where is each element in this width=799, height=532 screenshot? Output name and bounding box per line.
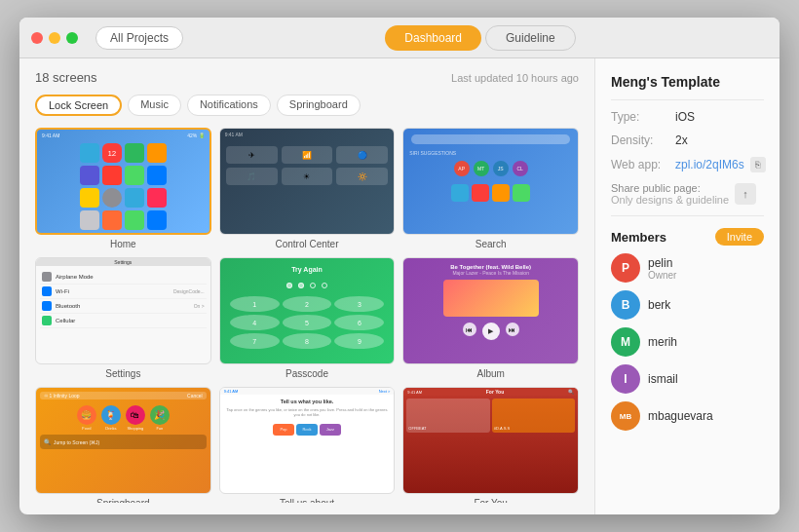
- avatar-merih: M: [611, 327, 640, 357]
- all-projects-button[interactable]: All Projects: [95, 26, 183, 50]
- members-header: Members Invite: [611, 228, 764, 246]
- screen-thumb-passcode[interactable]: Try Again 1 2 3 4: [219, 257, 396, 364]
- screen-label-search: Search: [476, 239, 507, 249]
- divider-2: [611, 215, 764, 216]
- screen-label-home: Home: [110, 239, 136, 249]
- member-role-pelin: Owner: [648, 270, 676, 281]
- type-label: Type:: [611, 110, 669, 124]
- member-row-pelin: P pelin Owner: [611, 253, 764, 283]
- share-row: Share public page:Only designs & guideli…: [611, 182, 764, 206]
- screens-grid: 9:41 AM 42% 🔋 12: [35, 128, 579, 503]
- screen-label-passcode: Passcode: [285, 368, 328, 379]
- screen-label-foryou: For You: [474, 498, 507, 503]
- member-name-mbaguevara: mbaguevara: [648, 409, 713, 423]
- tabs: Dashboard Guideline: [385, 25, 575, 51]
- titlebar: All Projects Dashboard Guideline: [19, 18, 780, 58]
- screen-thumb-settings[interactable]: Settings Airplane Mode Wi-Fi DesignCode.…: [35, 257, 211, 364]
- screen-thumb-control[interactable]: 9:41 AM ✈ 📶 🔵: [219, 128, 396, 235]
- close-button[interactable]: [31, 32, 43, 44]
- screen-search[interactable]: SIRI SUGGESTIONS AP MT JS CL: [402, 128, 579, 249]
- screen-label-springboard: Springboard: [96, 498, 149, 503]
- filter-tags: Lock Screen Music Notifications Springbo…: [35, 95, 579, 116]
- screen-album[interactable]: Be Together (feat. Wild Belle) Major Laz…: [402, 257, 579, 379]
- share-label: Share public page:Only designs & guideli…: [611, 182, 729, 206]
- member-info-mbaguevara: mbaguevara: [648, 409, 713, 423]
- filter-springboard[interactable]: Springboard: [277, 95, 361, 116]
- density-value: 2x: [675, 133, 688, 147]
- member-row-berk: B berk: [611, 290, 764, 320]
- right-panel: Meng's Template Type: iOS Density: 2x We…: [594, 58, 780, 514]
- screen-label-album: Album: [476, 368, 504, 379]
- screen-home[interactable]: 9:41 AM 42% 🔋 12: [35, 128, 211, 249]
- meta-webapp: Web app: zpl.io/2qIM6s ⎘: [611, 157, 764, 172]
- member-info-merih: merih: [648, 335, 677, 349]
- filter-notifications[interactable]: Notifications: [187, 95, 271, 116]
- screen-label-settings: Settings: [105, 368, 140, 379]
- members-title: Members: [611, 230, 666, 245]
- meta-density: Density: 2x: [611, 133, 764, 147]
- screen-settings[interactable]: Settings Airplane Mode Wi-Fi DesignCode.…: [35, 257, 211, 379]
- screen-thumb-springboard[interactable]: ♾ 1 Infinity Loop Cancel 🍔 Food 🍹 Drinks: [35, 387, 211, 494]
- member-info-berk: berk: [648, 298, 670, 312]
- avatar-pelin: P: [611, 253, 640, 283]
- avatar-berk: B: [611, 290, 640, 320]
- screen-label-tellusabout: Tell us about: [280, 498, 334, 503]
- webapp-label: Web app:: [611, 158, 669, 171]
- panel-header: 18 screens Last updated 10 hours ago: [35, 70, 579, 85]
- screen-control[interactable]: 9:41 AM ✈ 📶 🔵: [219, 128, 396, 249]
- screen-thumb-home[interactable]: 9:41 AM 42% 🔋 12: [35, 128, 211, 235]
- template-title: Meng's Template: [611, 74, 764, 90]
- tab-guideline[interactable]: Guideline: [485, 25, 576, 51]
- left-panel: 18 screens Last updated 10 hours ago Loc…: [19, 58, 594, 514]
- screen-passcode[interactable]: Try Again 1 2 3 4: [219, 257, 396, 379]
- member-row-mbaguevara: MB mbaguevara: [611, 401, 764, 431]
- avatar-mbaguevara: MB: [611, 401, 640, 431]
- webapp-link[interactable]: zpl.io/2qIM6s: [675, 158, 744, 171]
- avatar-ismail: I: [611, 364, 640, 394]
- screen-thumb-search[interactable]: SIRI SUGGESTIONS AP MT JS CL: [402, 128, 579, 235]
- screen-thumb-album[interactable]: Be Together (feat. Wild Belle) Major Laz…: [402, 257, 579, 364]
- screen-thumb-tellusabout[interactable]: 9:41 AM Next > Tell us what you like. Ta…: [219, 387, 396, 494]
- screen-tellusabout[interactable]: 9:41 AM Next > Tell us what you like. Ta…: [219, 387, 396, 503]
- filter-lock-screen[interactable]: Lock Screen: [35, 95, 122, 116]
- member-name-merih: merih: [648, 335, 677, 349]
- member-info-ismail: ismail: [648, 372, 678, 386]
- app-window: All Projects Dashboard Guideline 18 scre…: [19, 18, 780, 514]
- screen-springboard[interactable]: ♾ 1 Infinity Loop Cancel 🍔 Food 🍹 Drinks: [35, 387, 211, 503]
- type-value: iOS: [675, 110, 695, 124]
- screens-count: 18 screens: [35, 70, 97, 85]
- member-name-ismail: ismail: [648, 372, 678, 386]
- member-name-pelin: pelin: [648, 256, 676, 270]
- invite-button[interactable]: Invite: [715, 228, 764, 246]
- meta-type: Type: iOS: [611, 110, 764, 124]
- screen-label-control: Control Center: [275, 239, 338, 249]
- copy-icon[interactable]: ⎘: [750, 157, 766, 172]
- minimize-button[interactable]: [49, 32, 60, 44]
- member-row-ismail: I ismail: [611, 364, 764, 394]
- screen-thumb-foryou[interactable]: 9:41 AM For You 🔍 OFFBEAT #D.A.S.S: [402, 387, 579, 494]
- member-name-berk: berk: [648, 298, 670, 312]
- members-section: Members Invite P pelin Owner B berk: [611, 228, 764, 438]
- member-info-pelin: pelin Owner: [648, 256, 676, 281]
- last-updated: Last updated 10 hours ago: [451, 72, 579, 84]
- density-label: Density:: [611, 133, 669, 147]
- filter-music[interactable]: Music: [128, 95, 181, 116]
- member-row-merih: M merih: [611, 327, 764, 357]
- fullscreen-button[interactable]: [66, 32, 78, 44]
- tab-dashboard[interactable]: Dashboard: [385, 25, 481, 51]
- main-content: 18 screens Last updated 10 hours ago Loc…: [19, 58, 780, 514]
- traffic-lights: [31, 32, 78, 44]
- share-icon[interactable]: ↑: [735, 183, 756, 205]
- screen-foryou[interactable]: 9:41 AM For You 🔍 OFFBEAT #D.A.S.S: [402, 387, 579, 503]
- divider-1: [611, 99, 764, 100]
